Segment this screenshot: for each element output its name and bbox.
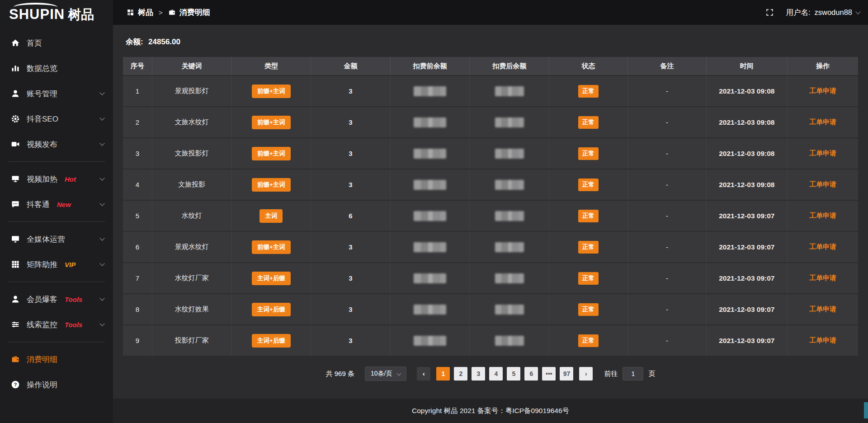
sidebar-item-label: 线索监控 — [27, 320, 57, 330]
row-index-cell: 1 — [123, 76, 152, 106]
balance-after-cell — [470, 232, 549, 262]
balance-after-cell — [470, 201, 549, 231]
prev-page-button[interactable]: ‹ — [417, 367, 430, 381]
ticket-apply-link[interactable]: 工单申请 — [809, 180, 836, 188]
status-cell: 正常 — [549, 201, 628, 231]
sidebar-item-视频加热[interactable]: 视频加热Hot — [0, 166, 113, 192]
sliders-icon — [11, 320, 20, 329]
sidebar-item-会员爆客[interactable]: 会员爆客Tools — [0, 287, 113, 312]
keyword-cell: 水纹灯效果 — [152, 294, 232, 324]
type-cell: 前缀+主词 — [232, 232, 311, 262]
next-page-button[interactable]: › — [579, 367, 593, 381]
row-index-cell: 4 — [123, 169, 152, 200]
goto-page-input[interactable] — [623, 367, 643, 381]
status-cell: 正常 — [549, 294, 628, 324]
ticket-apply-link[interactable]: 工单申请 — [809, 336, 836, 344]
balance-before-cell — [391, 294, 470, 324]
sidebar-item-数据总览[interactable]: 数据总览 — [0, 56, 113, 81]
page-button-97[interactable]: 97 — [560, 367, 573, 381]
sidebar-item-首页[interactable]: 首页 — [0, 30, 113, 56]
table-row: 3文旅投影灯前缀+主词3正常-2021-12-03 09:08工单申请 — [123, 138, 858, 169]
page-button-2[interactable]: 2 — [454, 367, 467, 381]
column-header-扣费前余额: 扣费前余额 — [391, 57, 470, 75]
redacted-balance-after — [495, 336, 524, 346]
status-cell: 正常 — [549, 232, 628, 262]
ticket-apply-link[interactable]: 工单申请 — [809, 87, 836, 94]
table-row: 8水纹灯效果主词+后缀3正常-2021-12-03 09:07工单申请 — [123, 294, 858, 324]
page-button-3[interactable]: 3 — [472, 367, 485, 381]
content-area: 余额: 24856.00 序号关键词类型金额扣费前余额扣费后余额状态备注时间操作… — [113, 25, 868, 399]
total-count-label: 共 969 条 — [326, 370, 354, 378]
type-cell: 前缀+主词 — [232, 76, 311, 106]
sidebar-divider — [8, 221, 105, 222]
page-button-1[interactable]: 1 — [436, 367, 450, 381]
chevron-down-icon — [99, 235, 104, 240]
sidebar-item-抖客通[interactable]: 抖客通New — [0, 192, 113, 217]
ticket-apply-link[interactable]: 工单申请 — [809, 305, 836, 313]
fullscreen-icon[interactable] — [765, 8, 774, 17]
breadcrumb-item-树品[interactable]: 树品 — [127, 7, 153, 18]
row-index-cell: 2 — [123, 107, 152, 137]
sidebar-item-矩阵助推[interactable]: 矩阵助推VIP — [0, 252, 113, 277]
ticket-apply-link[interactable]: 工单申请 — [809, 212, 836, 219]
page-button-6[interactable]: 6 — [524, 367, 538, 381]
type-badge: 主词+后缀 — [252, 303, 291, 316]
balance-after-cell — [470, 107, 549, 137]
user-menu[interactable]: 用户名: zswodun88 — [786, 8, 860, 18]
status-badge: 正常 — [578, 334, 599, 347]
redacted-balance-before — [414, 118, 446, 127]
redacted-balance-before — [414, 211, 446, 221]
remark-cell: - — [628, 294, 707, 324]
type-badge: 主词+后缀 — [252, 272, 291, 285]
page-ellipsis-button[interactable]: ••• — [542, 367, 556, 381]
keyword-cell: 水纹灯厂家 — [152, 263, 232, 293]
amount-cell: 3 — [311, 232, 391, 262]
sidebar-item-视频发布[interactable]: 视频发布 — [0, 132, 113, 157]
sidebar-item-账号管理[interactable]: 账号管理 — [0, 81, 113, 106]
column-header-关键词: 关键词 — [152, 57, 232, 75]
floating-widget[interactable] — [864, 402, 868, 418]
keyword-cell: 景观投影灯 — [152, 76, 232, 106]
balance-before-cell — [391, 107, 470, 137]
sidebar: SHUPIN 树品 首页数据总览账号管理抖音SEO视频发布视频加热Hot抖客通N… — [0, 0, 113, 423]
status-cell: 正常 — [549, 325, 628, 356]
balance-after-cell — [470, 169, 549, 200]
copyright-text: Copyright 树品 2021 备案号：粤ICP备09019646号 — [412, 406, 569, 416]
ticket-apply-link[interactable]: 工单申请 — [809, 243, 836, 250]
page-button-5[interactable]: 5 — [507, 367, 520, 381]
remark-cell: - — [628, 232, 707, 262]
ticket-apply-link[interactable]: 工单申请 — [809, 274, 836, 282]
page-button-4[interactable]: 4 — [489, 367, 503, 381]
type-badge: 前缀+主词 — [252, 240, 291, 254]
action-cell: 工单申请 — [788, 201, 858, 231]
sidebar-item-badge: New — [57, 201, 71, 208]
balance-label: 余额: — [126, 38, 143, 46]
type-cell: 前缀+主词 — [232, 107, 311, 137]
type-cell: 前缀+主词 — [232, 169, 311, 200]
status-badge: 正常 — [578, 85, 599, 98]
sidebar-item-全媒体运营[interactable]: 全媒体运营 — [0, 226, 113, 252]
amount-cell: 6 — [311, 201, 391, 231]
sidebar-item-label: 消费明细 — [27, 354, 57, 365]
balance-before-cell — [391, 263, 470, 293]
action-cell: 工单申请 — [788, 294, 858, 324]
redacted-balance-before — [414, 86, 446, 96]
balance-value: 24856.00 — [148, 38, 180, 46]
ticket-apply-link[interactable]: 工单申请 — [809, 118, 836, 126]
table-row: 5水纹灯主词6正常-2021-12-03 09:07工单申请 — [123, 201, 858, 231]
row-index-cell: 7 — [123, 263, 152, 293]
sidebar-item-线索监控[interactable]: 线索监控Tools — [0, 312, 113, 337]
video-icon — [11, 140, 20, 149]
sidebar-divider — [8, 342, 105, 342]
balance-after-cell — [470, 138, 549, 169]
amount-cell: 3 — [311, 263, 391, 293]
sidebar-item-消费明细[interactable]: 消费明细 — [0, 347, 113, 372]
sidebar-item-抖音SEO[interactable]: 抖音SEO — [0, 106, 113, 132]
sidebar-divider — [8, 161, 105, 162]
action-cell: 工单申请 — [788, 263, 858, 293]
ticket-apply-link[interactable]: 工单申请 — [809, 149, 836, 157]
sidebar-item-操作说明[interactable]: ?操作说明 — [0, 372, 113, 397]
breadcrumb-item-消费明细[interactable]: 消费明细 — [168, 7, 210, 18]
page-size-select[interactable]: 10条/页 — [365, 367, 406, 381]
balance-before-cell — [391, 232, 470, 262]
